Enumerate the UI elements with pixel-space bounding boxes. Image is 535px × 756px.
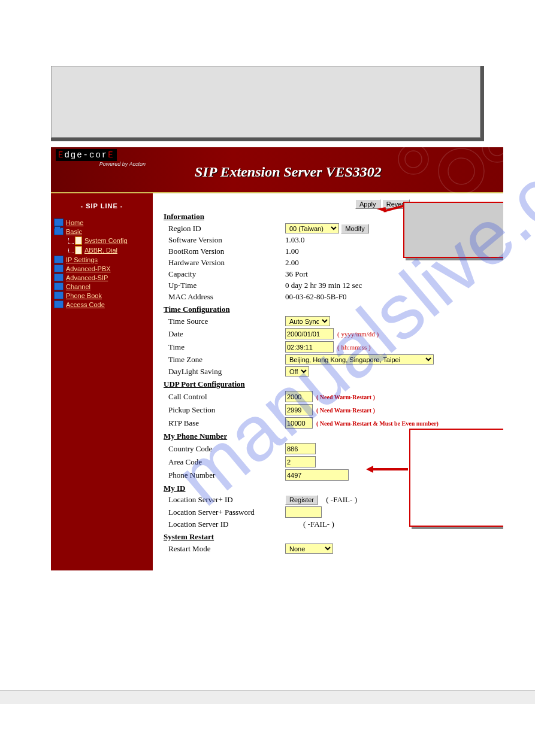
mac-address-value: 00-03-62-80-5B-F0	[285, 292, 347, 302]
dst-select[interactable]: Off	[285, 366, 309, 377]
header-bar: Edge-corE Powered by Accton SIP Extensio…	[51, 147, 503, 193]
folder-icon	[54, 274, 64, 281]
nav-link[interactable]: Advanced-PBX	[66, 265, 111, 272]
folder-icon	[54, 265, 64, 272]
time-label: Time	[164, 342, 285, 352]
logo: Edge-corE Powered by Accton	[56, 149, 146, 167]
register-button[interactable]: Register	[285, 495, 318, 505]
svg-rect-7	[383, 205, 404, 212]
svg-point-1	[405, 151, 422, 168]
restart-mode-label: Restart Mode	[164, 544, 285, 554]
svg-rect-9	[372, 468, 408, 470]
section-title-restart: System Restart	[164, 532, 494, 542]
arrow-icon	[366, 466, 408, 473]
document-icon	[75, 236, 82, 245]
main-panel: Apply Revert Information Region ID 00 (T…	[153, 193, 503, 570]
software-version-value: 1.03.0	[285, 235, 305, 245]
country-code-input[interactable]	[285, 443, 316, 454]
nav-link[interactable]: IP Settings	[66, 256, 98, 263]
bootrom-version-label: BootRom Version	[164, 247, 285, 256]
sidebar-item-advanced-sip[interactable]: Advanced-SIP	[54, 274, 150, 281]
call-control-input[interactable]	[285, 391, 313, 402]
location-server-plus-password-input[interactable]	[285, 506, 322, 518]
sidebar-item-basic[interactable]: Basic	[54, 227, 150, 235]
phone-number-input[interactable]	[285, 469, 349, 481]
nav-link[interactable]: Channel	[66, 283, 90, 290]
sidebar-title: - SIP LINE -	[54, 202, 150, 210]
annotation-callout-top	[403, 202, 503, 258]
time-source-select[interactable]: Auto Sync	[285, 316, 330, 326]
area-code-input[interactable]	[285, 456, 316, 467]
location-server-id-label: Location Server ID	[164, 520, 285, 529]
modify-button[interactable]: Modify	[341, 224, 368, 233]
annotation-callout-lower	[409, 429, 503, 527]
timezone-label: Time Zone	[164, 355, 285, 365]
sidebar-item-home[interactable]: Home	[54, 218, 150, 226]
sidebar-item-channel[interactable]: Channel	[54, 283, 150, 290]
folder-icon	[54, 218, 64, 226]
mac-address-label: MAC Address	[164, 292, 285, 302]
nav-link[interactable]: Access Code	[66, 301, 105, 308]
folder-icon	[54, 292, 64, 299]
region-id-select[interactable]: 00 (Taiwan)	[285, 223, 339, 233]
svg-point-0	[398, 147, 428, 174]
sidebar-item-system-config[interactable]: System Config	[66, 236, 150, 245]
uptime-label: Up-Time	[164, 281, 285, 290]
page-title: SIP Extension Server VES3302	[195, 164, 382, 180]
svg-point-2	[439, 148, 484, 194]
nav-link[interactable]: Advanced-SIP	[66, 274, 108, 281]
location-server-plus-password-label: Location Server+ Password	[164, 508, 285, 517]
date-hint: ( yyyy/mm/dd )	[337, 330, 379, 338]
location-server-id-status: ( -FAIL- )	[303, 520, 334, 529]
page-footer-band	[0, 690, 535, 704]
date-label: Date	[164, 329, 285, 339]
location-server-plus-id-label: Location Server+ ID	[164, 495, 285, 505]
uptime-value: 0 day 2 hr 39 min 12 sec	[285, 281, 362, 290]
area-code-label: Area Code	[164, 457, 285, 467]
call-control-hint: ( Need Warm-Restart )	[316, 394, 375, 400]
folder-icon	[54, 256, 64, 263]
rtp-base-input[interactable]	[285, 417, 313, 429]
time-source-label: Time Source	[164, 317, 285, 326]
nav-link[interactable]: Basic	[66, 228, 82, 235]
nav-link[interactable]: ABBR. Dial	[84, 247, 117, 254]
time-input[interactable]	[285, 341, 334, 353]
country-code-label: Country Code	[164, 444, 285, 454]
app-window: Edge-corE Powered by Accton SIP Extensio…	[51, 147, 503, 570]
svg-point-3	[448, 158, 474, 184]
svg-point-5	[489, 147, 503, 156]
sidebar-item-advanced-pbx[interactable]: Advanced-PBX	[54, 265, 150, 272]
sidebar-item-access-code[interactable]: Access Code	[54, 300, 150, 308]
call-control-label: Call Control	[164, 392, 285, 402]
section-title-udp: UDP Port Configuration	[164, 379, 494, 389]
sidebar: - SIP LINE - Home Basic System Config	[51, 193, 153, 570]
pickup-section-label: Pickup Section	[164, 405, 285, 415]
pickup-section-hint: ( Need Warm-Restart )	[316, 407, 375, 414]
phone-number-label: Phone Number	[164, 470, 285, 480]
region-id-label: Region ID	[164, 224, 285, 233]
location-server-plus-id-status: ( -FAIL- )	[326, 495, 357, 504]
svg-point-4	[482, 147, 503, 162]
sidebar-item-ip-settings[interactable]: IP Settings	[54, 256, 150, 263]
pickup-section-input[interactable]	[285, 404, 313, 415]
timezone-select[interactable]: Beijing, Hong Kong, Singapore, Taipei	[285, 354, 434, 365]
dst-label: DayLight Saving	[164, 367, 285, 377]
folder-open-icon	[54, 227, 64, 235]
date-input[interactable]	[285, 328, 334, 339]
tree-branch-icon	[68, 248, 74, 253]
nav-link[interactable]: Phone Book	[66, 292, 102, 299]
sidebar-item-phone-book[interactable]: Phone Book	[54, 292, 150, 299]
capacity-label: Capacity	[164, 269, 285, 279]
annotation-top-box	[51, 66, 484, 141]
sidebar-item-abbr-dial[interactable]: ABBR. Dial	[66, 246, 150, 254]
nav-link[interactable]: Home	[66, 219, 83, 226]
software-version-label: Software Version	[164, 235, 285, 245]
capacity-value: 36 Port	[285, 269, 308, 279]
hardware-version-label: Hardware Version	[164, 258, 285, 268]
restart-mode-select[interactable]: None	[285, 544, 333, 554]
tree-branch-icon	[68, 238, 74, 244]
hardware-version-value: 2.00	[285, 258, 299, 268]
nav-link[interactable]: System Config	[84, 237, 128, 244]
apply-button[interactable]: Apply	[355, 199, 380, 209]
logo-tagline: Powered by Accton	[56, 161, 146, 167]
